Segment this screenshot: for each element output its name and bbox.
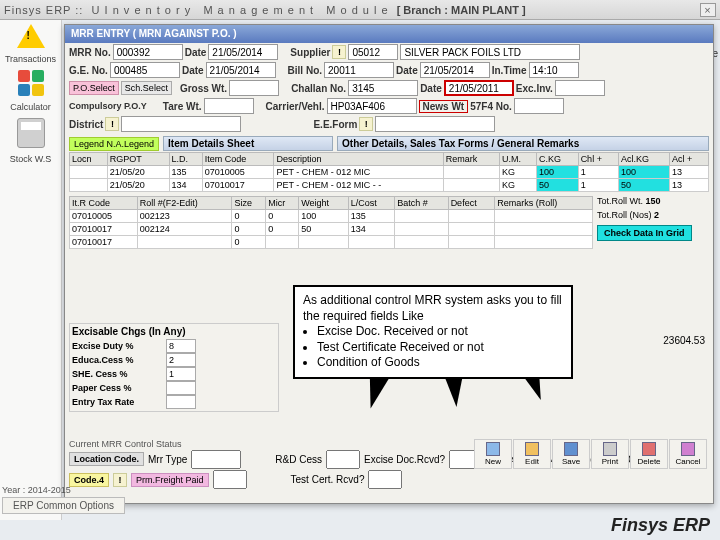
prm-freight-input[interactable]	[213, 470, 247, 489]
instruction-callout: As additional control MRR system asks yo…	[293, 285, 573, 379]
district-label: District	[69, 119, 103, 130]
sidebar-item-calculator[interactable]: Calculator	[10, 102, 51, 112]
eeform-label: E.E.Form	[313, 119, 357, 130]
ge-no-input[interactable]	[110, 62, 180, 78]
sch-select-button[interactable]: Sch.Select	[121, 81, 172, 95]
windows-icon[interactable]	[18, 70, 44, 96]
excise-title: Excisable Chgs (In Any)	[72, 326, 186, 337]
tot-roll-wt-label: Tot.Roll Wt.	[597, 196, 643, 206]
erp-common-options-button[interactable]: ERP Common Options	[2, 497, 125, 514]
s7f4-input[interactable]	[514, 98, 564, 114]
brand-label: Finsys ERP	[611, 515, 710, 536]
excise-row-input[interactable]	[166, 395, 196, 409]
dialog-title: MRR ENTRY ( MRN AGAINST P.O. )	[65, 25, 713, 43]
rd-cess-label: R&D Cess	[275, 454, 322, 465]
compulsory-label: Compulsory P.O.Y	[69, 101, 147, 111]
delete-icon	[642, 442, 656, 456]
supplier-label: Supplier	[290, 47, 330, 58]
excise-row-label: Paper Cess %	[72, 383, 162, 393]
s7f4-label: 57F4 No.	[470, 101, 512, 112]
supplier-name-input[interactable]	[400, 44, 580, 60]
delete-button[interactable]: Delete	[630, 439, 668, 469]
cancel-icon	[681, 442, 695, 456]
test-cert-label: Test Cert. Rcvd?	[291, 474, 365, 485]
district-lookup-button[interactable]: !	[105, 117, 119, 131]
ge-no-label: G.E. No.	[69, 65, 108, 76]
date4-input[interactable]	[444, 80, 514, 96]
tab-other-details[interactable]: Other Details, Sales Tax Forms / General…	[337, 136, 709, 151]
date2-label: Date	[182, 65, 204, 76]
check-data-button[interactable]: Check Data In Grid	[597, 225, 692, 241]
rd-cess-input[interactable]	[326, 450, 360, 469]
callout-bullet-1: Excise Doc. Received or not	[317, 324, 563, 340]
new-icon	[486, 442, 500, 456]
edit-icon	[525, 442, 539, 456]
tot-roll-nos-label: Tot.Roll (Nos)	[597, 210, 652, 220]
supplier-code-input[interactable]	[348, 44, 398, 60]
date3-input[interactable]	[420, 62, 490, 78]
location-code-label: Location Code.	[69, 452, 144, 466]
tab-item-details[interactable]: Item Details Sheet	[163, 136, 333, 151]
excise-row-input[interactable]	[166, 353, 196, 367]
intime-input[interactable]	[529, 62, 579, 78]
app-title: Finsys ERP :: U I n v e n t o r y M a n …	[4, 4, 389, 16]
tare-wt-input[interactable]	[204, 98, 254, 114]
edit-button[interactable]: Edit	[513, 439, 551, 469]
tot-roll-wt-value: 150	[646, 196, 661, 206]
excise-row-label: Educa.Cess %	[72, 355, 162, 365]
district-input[interactable]	[121, 116, 241, 132]
excise-row-label: SHE. Cess %	[72, 369, 162, 379]
challan-label: Challan No.	[291, 83, 346, 94]
callout-line1: As additional control MRR system asks yo…	[303, 293, 563, 324]
eeform-lookup-button[interactable]: !	[359, 117, 373, 131]
year-label: Year : 2014-2015	[2, 485, 125, 495]
window-close-button[interactable]: ×	[700, 3, 716, 17]
bill-label: Bill No.	[288, 65, 322, 76]
date3-label: Date	[396, 65, 418, 76]
branch-label: [ Branch : MAIN PLANT ]	[397, 4, 526, 16]
action-toolbar: New Edit Save Print Delete Cancel	[474, 439, 707, 469]
exc-inv-input[interactable]	[555, 80, 605, 96]
save-icon	[564, 442, 578, 456]
mrr-type-label: Mrr Type	[148, 454, 187, 465]
carrier-label: Carrier/Vehl.	[266, 101, 325, 112]
supplier-lookup-button[interactable]: !	[332, 45, 346, 59]
exc-inv-label: Exc.Inv.	[516, 83, 553, 94]
item-details-grid[interactable]: LocnRGPOTL.D.Item CodeDescriptionRemarkU…	[69, 152, 709, 192]
mrr-no-input[interactable]	[113, 44, 183, 60]
roll-details-grid[interactable]: It.R CodeRoll #(F2-Edit)SizeMicrWeightL/…	[69, 196, 593, 249]
callout-bullet-2: Test Certificate Received or not	[317, 340, 563, 356]
bill-no-input[interactable]	[324, 62, 394, 78]
calculator-icon[interactable]	[17, 118, 45, 148]
mrr-no-label: MRR No.	[69, 47, 111, 58]
sidebar-item-stock[interactable]: Stock W.S	[10, 154, 52, 164]
challan-input[interactable]	[348, 80, 418, 96]
sidebar-item-transactions[interactable]: Transactions	[5, 54, 56, 64]
mrr-type-input[interactable]	[191, 450, 241, 469]
test-cert-input[interactable]	[368, 470, 402, 489]
excise-row-label: Excise Duty %	[72, 341, 162, 351]
warning-icon[interactable]	[17, 24, 45, 48]
carrier-input[interactable]	[327, 98, 417, 114]
date2-input[interactable]	[206, 62, 276, 78]
print-icon	[603, 442, 617, 456]
date4-label: Date	[420, 83, 442, 94]
app-titlebar: Finsys ERP :: U I n v e n t o r y M a n …	[0, 0, 720, 20]
new-button[interactable]: New	[474, 439, 512, 469]
excise-row-input[interactable]	[166, 339, 196, 353]
print-button[interactable]: Print	[591, 439, 629, 469]
date1-input[interactable]	[208, 44, 278, 60]
excise-row-input[interactable]	[166, 381, 196, 395]
po-select-button[interactable]: P.O.Select	[69, 81, 119, 95]
cancel-button[interactable]: Cancel	[669, 439, 707, 469]
footer-left: Year : 2014-2015 ERP Common Options	[2, 485, 125, 514]
gross-wt-label: Gross Wt.	[180, 83, 227, 94]
excise-row-input[interactable]	[166, 367, 196, 381]
date1-label: Date	[185, 47, 207, 58]
save-button[interactable]: Save	[552, 439, 590, 469]
excise-doc-label: Excise Doc.Rcvd?	[364, 454, 445, 465]
eeform-input[interactable]	[375, 116, 495, 132]
mrr-control-status-label: Current MRR Control Status	[69, 439, 182, 449]
gross-wt-input[interactable]	[229, 80, 279, 96]
news-wt-label: News Wt	[419, 100, 469, 113]
